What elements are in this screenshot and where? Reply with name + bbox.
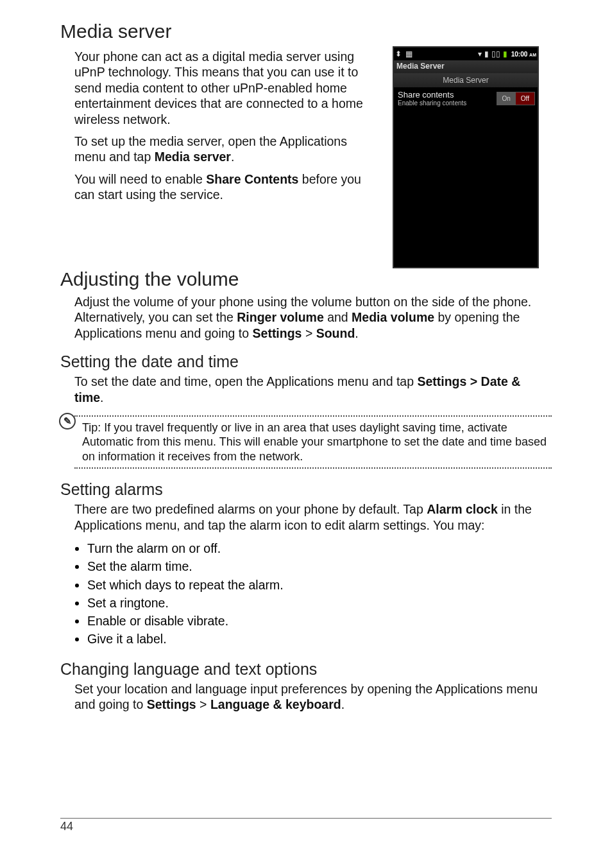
text-span: .: [231, 150, 234, 164]
media-server-row: Your phone can act as a digital media se…: [60, 46, 552, 268]
share-contents-toggle[interactable]: On Off: [497, 92, 536, 105]
text-span: from this menu. This will enable your sm…: [82, 435, 547, 463]
media-server-p1: Your phone can act as a digital media se…: [74, 49, 381, 127]
share-contents-label: Share contents: [398, 90, 466, 100]
usb-icon: ⬍: [395, 49, 402, 58]
text-span: >: [196, 697, 210, 711]
list-item: Turn the alarm on or off.: [87, 539, 552, 557]
wifi-icon: ▾: [478, 49, 482, 58]
list-item: Set a ringtone.: [87, 594, 552, 612]
text-span: and: [324, 310, 352, 324]
page-footer: 44: [60, 818, 552, 833]
list-item: Give it a label.: [87, 630, 552, 648]
ringer-volume-bold: Ringer volume: [237, 310, 323, 324]
share-contents-sub: Enable sharing contents: [398, 100, 466, 107]
text-span: .: [100, 390, 103, 404]
language-p: Set your location and language input pre…: [74, 681, 552, 713]
tip-top-divider: [74, 415, 552, 417]
adjusting-volume-heading: Adjusting the volume: [60, 268, 552, 290]
settings-bold: Settings: [253, 326, 302, 340]
share-contents-row[interactable]: Share contents Enable sharing contents O…: [394, 87, 538, 112]
phone-titlebar: Media Server: [394, 60, 538, 73]
alarm-clock-bold: Alarm clock: [427, 502, 498, 516]
automatic-bold: Automatic: [82, 435, 133, 448]
phone-screenshot: ⬍ ▦ ▾ ▮ ▯▯ ▮ 10:00 AM Media Server Media…: [393, 46, 539, 268]
language-heading: Changing language and text options: [60, 660, 552, 679]
date-time-p: To set the date and time, open the Appli…: [74, 374, 552, 405]
page-number: 44: [60, 820, 73, 833]
tip-text: Tip: If you travel frequently or live in…: [74, 421, 552, 464]
status-bar: ⬍ ▦ ▾ ▮ ▯▯ ▮ 10:00 AM: [394, 48, 538, 60]
share-contents-labels: Share contents Enable sharing contents: [398, 90, 466, 107]
cell-icon: ▯▯: [491, 49, 500, 58]
text-span: .: [341, 697, 344, 711]
battery-icon: ▮: [503, 49, 507, 58]
sound-bold: Sound: [316, 326, 355, 340]
settings-lang-bold: Settings: [147, 697, 196, 711]
status-left: ⬍ ▦: [395, 49, 412, 58]
alarms-heading: Setting alarms: [60, 480, 552, 499]
tip-label: Tip: [82, 421, 98, 434]
toggle-on[interactable]: On: [497, 92, 516, 105]
time-ampm: AM: [529, 53, 536, 57]
text-span: You will need to enable: [74, 172, 206, 186]
signal-icon: ▮: [484, 49, 489, 58]
toggle-off[interactable]: Off: [516, 92, 534, 105]
tip-bottom-divider: [74, 467, 552, 469]
media-server-p2: To set up the media server, open the App…: [74, 134, 381, 165]
list-item: Set the alarm time.: [87, 557, 552, 575]
media-server-heading: Media server: [60, 21, 552, 42]
tip-icon: ✎: [59, 413, 76, 430]
text-span: .: [355, 326, 358, 340]
text-span: To set the date and time, open the Appli…: [74, 374, 417, 388]
text-span: >: [302, 326, 316, 340]
list-item: Set which days to repeat the alarm.: [87, 576, 552, 594]
status-time: 10:00 AM: [511, 51, 536, 58]
media-server-bold: Media server: [155, 150, 231, 164]
phone-empty-area: [394, 112, 538, 267]
debug-icon: ▦: [405, 49, 412, 58]
date-time-heading: Setting the date and time: [60, 352, 552, 371]
media-server-text-col: Your phone can act as a digital media se…: [60, 46, 381, 209]
language-keyboard-bold: Language & keyboard: [210, 697, 341, 711]
phone-section-header: Media Server: [394, 73, 538, 87]
text-span: There are two predefined alarms on your …: [74, 502, 427, 516]
list-item: Enable or disable vibrate.: [87, 612, 552, 630]
share-contents-bold: Share Contents: [206, 172, 298, 186]
adjusting-volume-p: Adjust the volume of your phone using th…: [74, 294, 552, 341]
time-value: 10:00: [511, 51, 528, 58]
media-volume-bold: Media volume: [352, 310, 434, 324]
alarms-p: There are two predefined alarms on your …: [74, 501, 552, 533]
text-span: : If you travel frequently or live in an…: [98, 421, 507, 434]
alarms-bullet-list: Turn the alarm on or off. Set the alarm …: [74, 539, 552, 648]
tip-block: ✎ Tip: If you travel frequently or live …: [74, 415, 552, 469]
status-right: ▾ ▮ ▯▯ ▮ 10:00 AM: [478, 49, 536, 58]
media-server-p3: You will need to enable Share Contents b…: [74, 171, 381, 203]
